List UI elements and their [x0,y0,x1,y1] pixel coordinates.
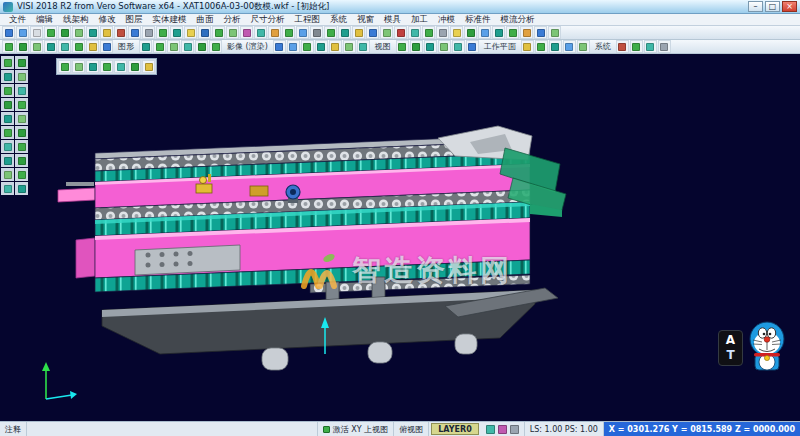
tool-icon[interactable] [58,26,71,39]
tool-icon[interactable] [329,40,342,53]
palette-icon[interactable] [1,154,14,167]
tool-icon[interactable] [142,26,155,39]
palette-icon[interactable] [15,70,28,83]
menu-item[interactable]: 模流分析 [496,14,540,26]
palette-icon[interactable] [15,56,28,69]
tool-icon[interactable] [58,40,71,53]
tool-icon[interactable] [644,40,657,53]
palette-icon[interactable] [15,112,28,125]
menu-item[interactable]: 标准件 [460,14,496,26]
tool-icon[interactable] [268,26,281,39]
tool-icon[interactable] [324,26,337,39]
tool-icon[interactable] [548,26,561,39]
tool-icon[interactable] [492,26,505,39]
snap-icon[interactable] [128,60,141,73]
minimize-button[interactable]: – [748,1,763,12]
menu-item[interactable]: 线架构 [58,14,94,26]
tool-icon[interactable] [181,40,194,53]
snap-icon[interactable] [72,60,85,73]
tool-icon[interactable] [394,26,407,39]
tool-icon[interactable] [422,26,435,39]
palette-icon[interactable] [15,126,28,139]
tool-icon[interactable] [466,40,479,53]
close-button[interactable]: × [782,1,797,12]
menu-item[interactable]: 加工 [406,14,433,26]
tool-icon[interactable] [2,40,15,53]
tool-icon[interactable] [630,40,643,53]
tool-icon[interactable] [72,40,85,53]
palette-icon[interactable] [15,168,28,181]
tool-icon[interactable] [408,26,421,39]
tool-icon[interactable] [195,40,208,53]
active-plane-indicator[interactable]: 激活 XY 上视图 [318,422,394,436]
tool-icon[interactable] [240,26,253,39]
tool-icon[interactable] [170,26,183,39]
menu-item[interactable]: 工程图 [290,14,326,26]
tool-icon[interactable] [357,40,370,53]
menu-item[interactable]: 冲模 [433,14,460,26]
tool-icon[interactable] [273,40,286,53]
tool-icon[interactable] [167,40,180,53]
maximize-button[interactable]: □ [765,1,780,12]
tool-icon[interactable] [209,40,222,53]
palette-icon[interactable] [15,182,28,195]
tool-icon[interactable] [616,40,629,53]
tool-icon[interactable] [128,26,141,39]
tool-icon[interactable] [301,40,314,53]
tool-icon[interactable] [44,40,57,53]
tool-icon[interactable] [520,26,533,39]
snap-toggle-icon[interactable] [486,425,495,434]
menu-item[interactable]: 文件 [4,14,31,26]
tool-icon[interactable] [452,40,465,53]
palette-icon[interactable] [1,182,14,195]
tool-icon[interactable] [16,26,29,39]
menu-item[interactable]: 尺寸分析 [246,14,290,26]
menu-item[interactable]: 视窗 [352,14,379,26]
palette-icon[interactable] [1,70,14,83]
tool-icon[interactable] [254,26,267,39]
tool-icon[interactable] [549,40,562,53]
palette-icon[interactable] [1,56,14,69]
die-assembly-model[interactable] [0,54,800,421]
tool-icon[interactable] [438,40,451,53]
tool-icon[interactable] [410,40,423,53]
snap-icon[interactable] [142,60,155,73]
palette-icon[interactable] [1,126,14,139]
tool-icon[interactable] [521,40,534,53]
tool-icon[interactable] [338,26,351,39]
tool-icon[interactable] [212,26,225,39]
tool-icon[interactable] [100,40,113,53]
palette-icon[interactable] [1,84,14,97]
tool-icon[interactable] [424,40,437,53]
tool-icon[interactable] [310,26,323,39]
menu-item[interactable]: 实体建模 [148,14,192,26]
tool-icon[interactable] [184,26,197,39]
tool-icon[interactable] [30,40,43,53]
palette-icon[interactable] [15,140,28,153]
tool-icon[interactable] [535,40,548,53]
palette-icon[interactable] [1,98,14,111]
menu-item[interactable]: 编辑 [31,14,58,26]
tool-icon[interactable] [139,40,152,53]
tool-icon[interactable] [380,26,393,39]
tool-icon[interactable] [114,26,127,39]
menu-item[interactable]: 曲面 [192,14,219,26]
tool-icon[interactable] [506,26,519,39]
palette-icon[interactable] [1,168,14,181]
tool-icon[interactable] [153,40,166,53]
tool-icon[interactable] [30,26,43,39]
tool-icon[interactable] [436,26,449,39]
tool-icon[interactable] [16,40,29,53]
tool-icon[interactable] [282,26,295,39]
3d-viewport[interactable]: 智造资料网 A T [0,54,800,421]
tool-icon[interactable] [86,40,99,53]
tool-icon[interactable] [100,26,113,39]
menu-item[interactable]: 修改 [94,14,121,26]
grid-toggle-icon[interactable] [510,425,519,434]
tool-icon[interactable] [226,26,239,39]
tool-icon[interactable] [2,26,15,39]
tool-icon[interactable] [72,26,85,39]
tool-icon[interactable] [478,26,491,39]
tool-icon[interactable] [296,26,309,39]
palette-icon[interactable] [15,98,28,111]
